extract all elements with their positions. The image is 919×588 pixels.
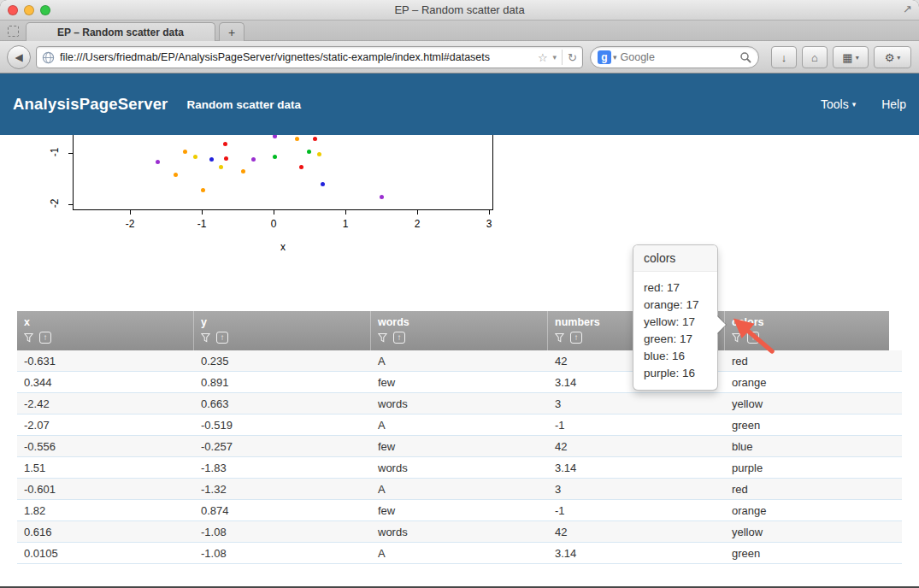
table-cell: yellow	[725, 397, 902, 410]
table-cell: -1.08	[194, 547, 371, 560]
sort-icon[interactable]: ↑	[570, 332, 582, 344]
sort-icon[interactable]: ↑	[39, 332, 51, 344]
home-button[interactable]: ⌂	[802, 46, 828, 68]
table-cell: words	[371, 462, 548, 474]
brand-link[interactable]: AnalysisPageServer	[13, 95, 168, 114]
table-cell: 3	[548, 483, 725, 496]
table-cell: 42	[548, 440, 725, 453]
table-cell: 0.344	[17, 376, 194, 389]
nav-item-random-scatter-data[interactable]: Random scatter data	[187, 98, 302, 111]
bookmarks-panel-button[interactable]: ▦ ▾	[833, 46, 869, 68]
table-cell: 3.14	[548, 547, 725, 560]
table-cell: green	[725, 419, 902, 432]
search-engine-dropdown-icon[interactable]: ▾	[613, 53, 617, 62]
table-cell: -1.08	[194, 526, 371, 538]
window-title: EP – Random scatter data	[0, 0, 919, 21]
back-icon: ◀	[15, 51, 22, 63]
filter-icon[interactable]	[201, 332, 210, 343]
column-label: words	[378, 316, 547, 328]
zoom-button[interactable]	[40, 5, 50, 15]
table-cell: green	[725, 547, 902, 560]
x-tick	[274, 210, 274, 215]
active-tab[interactable]: EP – Random scatter data	[26, 22, 215, 41]
filter-icon[interactable]	[24, 332, 33, 343]
scatter-point	[193, 155, 197, 159]
scatter-point	[317, 152, 321, 156]
minimize-button[interactable]	[24, 5, 34, 15]
x-tick	[489, 210, 490, 215]
popover-title: colors	[633, 245, 717, 272]
table-row: 0.616-1.08words42yellow	[17, 521, 902, 543]
x-tick	[130, 210, 131, 215]
x-axis-label: x	[270, 241, 296, 253]
table-row: -0.556-0.257few42blue	[17, 436, 902, 457]
close-button[interactable]	[8, 5, 18, 15]
help-link[interactable]: Help	[881, 97, 906, 111]
table-cell: -0.519	[194, 419, 371, 432]
browser-window: EP – Random scatter data ↗ EP – Random s…	[0, 0, 919, 588]
table-cell: 0.235	[194, 355, 371, 368]
table-cell: 0.0105	[17, 547, 194, 560]
tab-groups-icon[interactable]	[8, 26, 19, 37]
table-body: -0.6310.235A42red0.3440.891few3.14orange…	[17, 350, 902, 564]
header-icons: ↑	[378, 332, 547, 344]
tab-bar: EP – Random scatter data +	[0, 21, 919, 41]
google-engine-icon[interactable]: g	[598, 50, 611, 64]
app-navbar: AnalysisPageServer Random scatter data T…	[0, 74, 919, 135]
scatter-point	[251, 157, 256, 162]
column-label: x	[24, 316, 193, 328]
table-cell: purple	[725, 462, 902, 474]
filter-icon[interactable]	[555, 332, 564, 343]
filter-icon[interactable]	[378, 332, 387, 343]
downloads-button[interactable]: ↓	[771, 46, 797, 68]
column-label: y	[201, 316, 370, 328]
download-icon: ↓	[781, 51, 787, 64]
resize-icon[interactable]: ↗	[903, 3, 912, 15]
column-header-words[interactable]: words↑	[371, 311, 548, 350]
table-row: 1.51-1.83words3.14purple	[17, 457, 902, 479]
header-icons: ↑	[201, 332, 370, 344]
table-cell: few	[371, 504, 548, 517]
colors-popover: colors red: 17orange: 17yellow: 17green:…	[633, 244, 718, 391]
url-input[interactable]	[60, 51, 533, 63]
table-cell: orange	[725, 504, 902, 517]
table-row: 1.820.874few-1orange	[17, 500, 902, 521]
traffic-lights	[8, 5, 50, 15]
x-tick-label: 3	[476, 218, 502, 230]
table-row: 0.0105-1.08A3.14green	[17, 543, 902, 564]
tools-dropdown[interactable]: Tools ▾	[821, 97, 856, 111]
bookmark-star-icon[interactable]: ☆	[538, 51, 548, 64]
popover-line: red: 17	[644, 279, 707, 297]
url-dropdown-icon[interactable]: ▾	[553, 53, 557, 62]
apps-icon: ▦	[842, 51, 852, 64]
sort-icon[interactable]: ↑	[216, 332, 228, 344]
table-cell: -0.601	[17, 483, 194, 496]
table-cell: -2.42	[17, 397, 194, 410]
table-cell: 1.82	[17, 504, 194, 517]
table-cell: blue	[725, 440, 902, 453]
back-button[interactable]: ◀	[7, 45, 31, 69]
search-icon[interactable]	[739, 51, 751, 63]
reload-icon[interactable]: ↻	[568, 51, 577, 64]
table-cell: A	[371, 547, 548, 560]
table-cell: -1	[548, 504, 725, 517]
table-row: -2.420.663words3yellow	[17, 393, 902, 415]
scatter-point	[223, 142, 227, 146]
search-bar[interactable]: g ▾	[590, 46, 759, 68]
new-tab-button[interactable]: +	[219, 22, 244, 41]
tools-menu-button[interactable]: ⚙ ▾	[874, 46, 911, 68]
sort-icon[interactable]: ↑	[393, 332, 405, 344]
table-row: -0.601-1.32A3red	[17, 479, 902, 500]
page-content: x -2-10123-1-2 x↑y↑words↑numbers↑colors↑…	[0, 135, 919, 588]
scatter-point	[380, 195, 384, 199]
column-header-y[interactable]: y↑	[194, 311, 371, 350]
popover-line: purple: 16	[644, 365, 707, 382]
search-input[interactable]	[621, 51, 739, 63]
url-bar[interactable]: ☆ ▾ ↻	[36, 46, 583, 68]
column-header-x[interactable]: x↑	[17, 311, 194, 350]
table-cell: yellow	[725, 526, 902, 538]
table-cell: -0.631	[17, 355, 194, 368]
table-cell: -0.257	[194, 440, 371, 453]
home-icon: ⌂	[811, 51, 818, 64]
scatter-point	[183, 150, 187, 154]
